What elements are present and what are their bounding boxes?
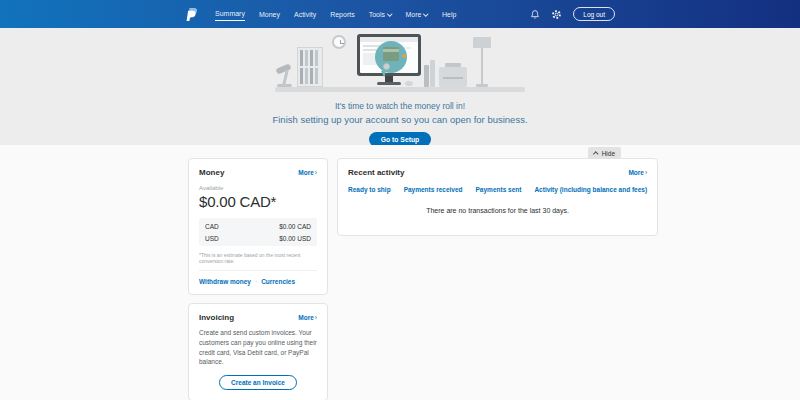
setup-hero-banner: It's time to watch the money roll in! Fi… — [0, 28, 800, 145]
withdraw-money-link[interactable]: Withdraw money — [199, 278, 251, 285]
desk-surface — [275, 87, 525, 92]
tab-payments-sent[interactable]: Payments sent — [476, 186, 522, 193]
money-card-title: Money — [199, 168, 224, 177]
nav-item-more[interactable]: More — [399, 0, 435, 28]
nav-item-money[interactable]: Money — [252, 0, 287, 28]
go-to-setup-button[interactable]: Go to Setup — [369, 132, 432, 145]
table-row: CAD $0.00 CAD — [199, 220, 317, 232]
bookshelf-icon — [297, 47, 323, 87]
activity-card-title: Recent activity — [348, 168, 404, 177]
link-separator: · — [255, 278, 257, 285]
lamp-icon — [275, 63, 291, 74]
pen-cup-icon — [424, 65, 429, 87]
invoicing-more-link[interactable]: More› — [298, 314, 317, 321]
coin-icon — [383, 63, 390, 70]
hero-title: It's time to watch the money roll in! — [0, 101, 800, 111]
nav-item-tools[interactable]: Tools — [362, 0, 399, 28]
nav-item-help[interactable]: Help — [435, 0, 463, 28]
tab-activity-balance-fees[interactable]: Activity (including balance and fees) — [534, 186, 647, 193]
left-column: Money More› Available $0.00 CAD* CAD $0.… — [188, 158, 328, 400]
chevron-right-icon: › — [645, 169, 647, 176]
nav-item-activity[interactable]: Activity — [287, 0, 323, 28]
log-out-button[interactable]: Log out — [573, 7, 615, 21]
activity-tabs: Ready to ship Payments received Payments… — [348, 186, 647, 193]
nav-left: Summary Money Activity Reports Tools Mor… — [185, 0, 463, 28]
top-nav-inner: Summary Money Activity Reports Tools Mor… — [185, 0, 615, 28]
hide-banner-button[interactable]: Hide — [588, 147, 621, 159]
invoicing-description: Create and send custom invoices. Your cu… — [199, 328, 317, 367]
coin-icon — [402, 54, 406, 58]
currency-amount: $0.00 USD — [279, 235, 311, 242]
desk-illustration — [275, 34, 525, 92]
chevron-down-icon — [424, 11, 429, 16]
nav-item-summary[interactable]: Summary — [208, 0, 252, 28]
bell-icon[interactable] — [530, 9, 540, 20]
paypal-logo-icon[interactable] — [185, 7, 198, 22]
invoicing-card-title: Invoicing — [199, 313, 234, 322]
nav-item-reports[interactable]: Reports — [323, 0, 362, 28]
hero-subtitle: Finish setting up your account so you ca… — [0, 114, 800, 125]
top-nav: Summary Money Activity Reports Tools Mor… — [0, 0, 800, 28]
currency-table: CAD $0.00 CAD USD $0.00 USD — [199, 218, 317, 246]
available-label: Available — [199, 185, 317, 191]
mouse-icon — [405, 81, 413, 86]
tab-ready-to-ship[interactable]: Ready to ship — [348, 186, 391, 193]
sign-icon — [473, 37, 491, 48]
right-column: Recent activity More› Ready to ship Paym… — [337, 158, 658, 400]
currency-code: CAD — [205, 223, 219, 230]
currencies-link[interactable]: Currencies — [261, 278, 295, 285]
recent-activity-card: Recent activity More› Ready to ship Paym… — [337, 158, 658, 236]
nav-right: Log out — [530, 7, 615, 21]
chevron-down-icon — [387, 11, 392, 16]
no-transactions-message: There are no transactions for the last 3… — [348, 207, 647, 226]
chevron-right-icon: › — [315, 314, 317, 321]
chevron-up-icon — [593, 151, 598, 156]
balance-amount: $0.00 CAD* — [199, 193, 317, 210]
money-more-link[interactable]: More› — [298, 169, 317, 176]
clock-icon — [332, 35, 346, 49]
money-card: Money More› Available $0.00 CAD* CAD $0.… — [188, 158, 328, 295]
gear-icon[interactable] — [551, 9, 562, 20]
currency-amount: $0.00 CAD — [279, 223, 311, 230]
chevron-right-icon: › — [315, 169, 317, 176]
invoicing-card: Invoicing More› Create and send custom i… — [188, 303, 328, 400]
create-invoice-button[interactable]: Create an Invoice — [219, 375, 297, 390]
activity-more-link[interactable]: More› — [628, 169, 647, 176]
tab-payments-received[interactable]: Payments received — [404, 186, 463, 193]
conversion-footnote: *This is an estimate based on the most r… — [199, 252, 317, 271]
dashboard-content: Hide Money More› Available $0.00 CAD* CA… — [0, 145, 800, 400]
table-row: USD $0.00 USD — [199, 232, 317, 244]
currency-code: USD — [205, 235, 219, 242]
